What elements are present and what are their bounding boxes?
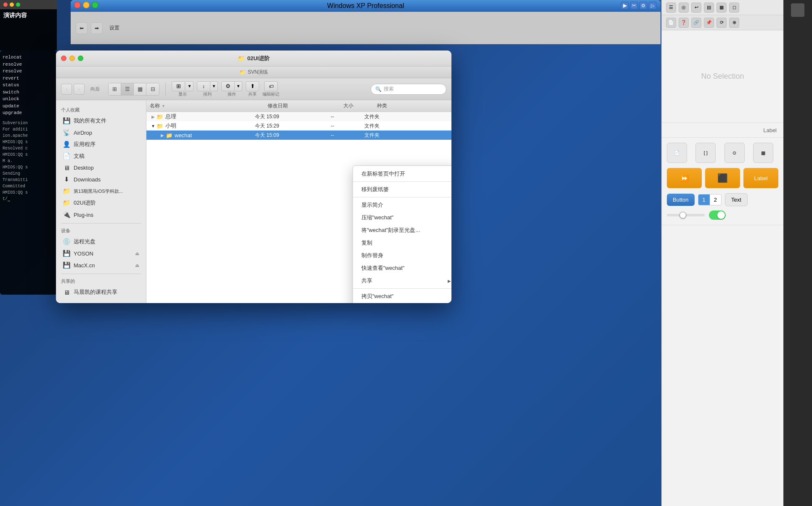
xcode-tb2-2[interactable]: ❓: [679, 18, 689, 28]
sidebar-item-allfiles[interactable]: 💾 我的所有文件: [58, 115, 144, 127]
ctx-share-label: 共享: [361, 277, 372, 285]
table-row[interactable]: ▼ 📁 小明 今天 15:29 -- 文件夹: [146, 121, 451, 130]
xcode-tb2-5[interactable]: ⟳: [716, 18, 727, 28]
winxp-tool-btn2[interactable]: ✂: [630, 2, 638, 9]
macxcn-eject-btn[interactable]: ⏏: [135, 263, 139, 268]
xcode-component-2[interactable]: [ ]: [695, 143, 716, 163]
text-component[interactable]: Text: [725, 193, 748, 206]
ctx-move-trash[interactable]: 移到废纸篓: [353, 183, 451, 196]
editmark-label: 编辑标记: [263, 91, 279, 97]
winxp-minimize-btn[interactable]: [83, 2, 90, 8]
winxp-tool-btn4[interactable]: ▷: [649, 2, 656, 9]
terminal-window: relocat resolve resolve revert status sw…: [0, 51, 57, 295]
coverflow-view-btn[interactable]: ⊟: [146, 83, 159, 95]
winxp-tool-btn3[interactable]: ⚙: [640, 2, 647, 9]
ctx-compress[interactable]: 压缩"wechat": [353, 211, 451, 224]
display-btn[interactable]: ⊞: [172, 81, 185, 91]
xcode-tb-5[interactable]: ▦: [716, 3, 727, 13]
table-row[interactable]: ▶ 📁 wechat 今天 15:09 -- 文件夹: [146, 130, 451, 140]
winxp-fwd-btn[interactable]: ➡: [91, 22, 103, 34]
orange-btn-2[interactable]: ⬛: [705, 168, 740, 188]
xcode-tb-6[interactable]: ◻: [729, 3, 739, 13]
finder-maximize-btn[interactable]: [78, 56, 83, 61]
ctx-show-info[interactable]: 显示简介: [353, 199, 451, 211]
xcode-component-1[interactable]: 📄: [667, 143, 687, 163]
sidebar-item-shared-course[interactable]: 🖥 马晨凯的课程共享: [58, 286, 144, 298]
xcode-component-4[interactable]: ▦: [753, 143, 773, 163]
forward-btn[interactable]: ›: [74, 84, 85, 95]
dock-item[interactable]: [791, 3, 804, 17]
xcode-tb-2[interactable]: ◎: [679, 3, 689, 13]
ctx-burn[interactable]: 将"wechat"刻录至光盘...: [353, 224, 451, 237]
blackhorse-icon: 📁: [63, 187, 70, 195]
xcode-tb-4[interactable]: ▤: [704, 3, 714, 13]
xcode-tb-3[interactable]: ↩: [691, 3, 701, 13]
sort-btn[interactable]: ↕: [197, 81, 210, 91]
ctx-share[interactable]: 共享 ▶: [353, 274, 451, 287]
sidebar-item-apps[interactable]: 👤 应用程序: [58, 138, 144, 150]
xcode-tb2-1[interactable]: 📄: [666, 18, 676, 28]
column-view-btn[interactable]: ▦: [134, 83, 146, 95]
xcode-tb-1[interactable]: ☰: [666, 3, 676, 13]
winxp-back-btn[interactable]: ⬅: [76, 22, 88, 34]
sidebar-item-blackhorse[interactable]: 📁 第13期黑马iOS学科款...: [58, 185, 144, 197]
xcode-component-3[interactable]: ⊙: [724, 143, 745, 163]
sidebar-item-macxcn[interactable]: 💾 MacX.cn ⏏: [58, 259, 144, 271]
maximize-btn[interactable]: [16, 3, 20, 7]
yoson-eject-btn[interactable]: ⏏: [135, 251, 139, 256]
expand-btn[interactable]: ▶: [150, 115, 157, 119]
sidebar-item-02ui[interactable]: 📁 02UI进阶: [58, 197, 144, 209]
list-view-btn[interactable]: ☰: [121, 83, 134, 95]
search-box[interactable]: 🔍 搜索: [371, 84, 446, 95]
xcode-tb2-4[interactable]: 📌: [704, 18, 714, 28]
action-btn[interactable]: ⚙: [221, 81, 235, 91]
icon-view-btn[interactable]: ⊞: [109, 83, 121, 95]
ctx-copy-wechat[interactable]: 拷贝"wechat": [353, 290, 451, 303]
button-component[interactable]: Button: [667, 194, 695, 206]
xcode-tb2-6[interactable]: ⊕: [729, 18, 739, 28]
xcode-tb2-3[interactable]: 🔗: [691, 18, 701, 28]
ctx-copy[interactable]: 复制: [353, 237, 451, 249]
col-date-header[interactable]: 修改日期: [268, 102, 343, 109]
orange-btn-1[interactable]: ⏩: [667, 168, 702, 188]
table-row[interactable]: ▶ 📁 总理 今天 15:09 -- 文件夹: [146, 112, 451, 121]
winxp-close-btn[interactable]: [74, 2, 81, 8]
sidebar-item-remotedisc[interactable]: 💿 远程光盘: [58, 236, 144, 248]
toggle-val-1[interactable]: 1: [698, 194, 710, 205]
display-dropdown[interactable]: ▼: [186, 81, 194, 91]
sidebar-item-yoson[interactable]: 💾 YOSON ⏏: [58, 248, 144, 259]
close-btn[interactable]: [3, 3, 8, 7]
col-kind-header[interactable]: 种类: [377, 102, 411, 109]
minimize-btn[interactable]: [10, 3, 14, 7]
sidebar-item-airdrop[interactable]: 📡 AirDrop: [58, 127, 144, 138]
toggle-switch[interactable]: [709, 210, 726, 220]
left-top-panel: 演讲内容: [0, 0, 57, 51]
col-size-header[interactable]: 大小: [343, 102, 377, 109]
slider-component[interactable]: [667, 214, 705, 216]
winxp-maximize-btn[interactable]: [92, 2, 98, 8]
expand-btn[interactable]: ▶: [159, 133, 166, 138]
finder-close-btn[interactable]: [61, 56, 66, 61]
col-name-header[interactable]: 名称 ▼: [150, 102, 268, 109]
back-btn[interactable]: ‹: [61, 84, 72, 95]
sort-indicator: ▼: [162, 104, 165, 108]
editmark-btn[interactable]: 🏷: [264, 81, 278, 91]
sort-dropdown[interactable]: ▼: [210, 81, 218, 91]
toggle-val-2[interactable]: 2: [710, 194, 721, 205]
sidebar-item-docs[interactable]: 📄 文稿: [58, 150, 144, 162]
winxp-tool-btn[interactable]: ▶: [621, 2, 629, 9]
ctx-make-alias[interactable]: 制作替身: [353, 249, 451, 262]
ctx-open-tab[interactable]: 在新标签页中打开: [353, 168, 451, 180]
label-btn[interactable]: Label: [743, 168, 778, 188]
action-dropdown[interactable]: ▼: [235, 81, 242, 91]
toggle-component[interactable]: 1 2: [698, 194, 722, 205]
expand-btn[interactable]: ▼: [150, 124, 157, 128]
sidebar-item-plugins[interactable]: 🔌 Plug-ins: [58, 209, 144, 221]
plugins-icon: 🔌: [63, 211, 70, 218]
right-dock: [783, 0, 812, 506]
sidebar-item-desktop[interactable]: 🖥 Desktop: [58, 162, 144, 173]
finder-minimize-btn[interactable]: [69, 56, 75, 61]
sidebar-item-downloads[interactable]: ⬇ Downloads: [58, 173, 144, 185]
ctx-quicklook[interactable]: 快速查看"wechat": [353, 262, 451, 274]
share-btn[interactable]: ⬆: [246, 81, 259, 91]
